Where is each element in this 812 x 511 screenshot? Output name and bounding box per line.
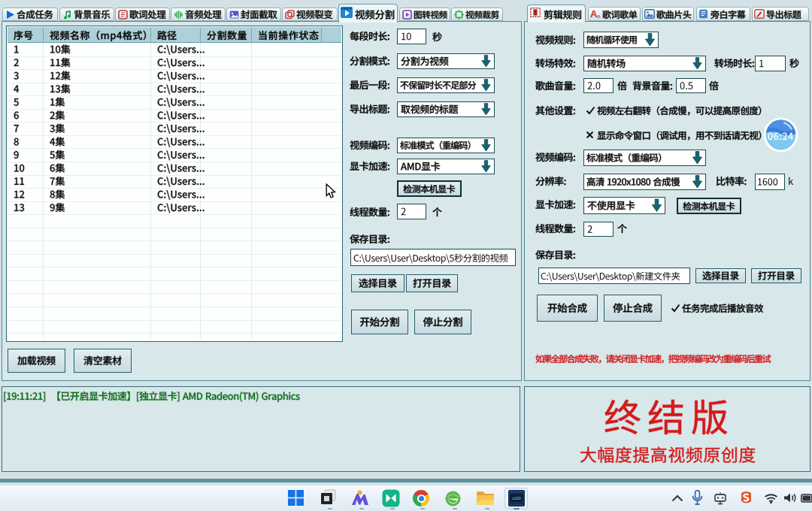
svg-text:a: a xyxy=(597,13,601,19)
svg-text:x100: x100 xyxy=(512,496,521,500)
